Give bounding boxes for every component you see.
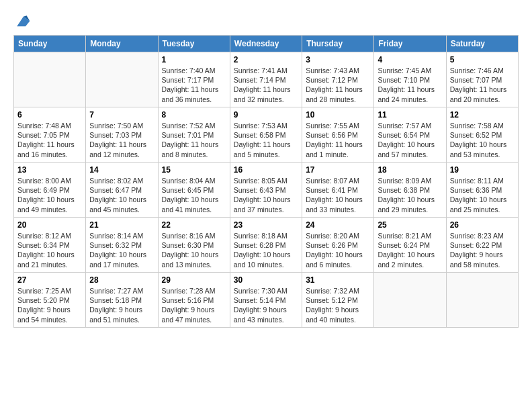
weekday-header-row: SundayMondayTuesdayWednesdayThursdayFrid… — [14, 36, 519, 52]
calendar-cell: 28Sunrise: 7:27 AMSunset: 5:18 PMDayligh… — [86, 273, 158, 328]
weekday-thursday: Thursday — [302, 36, 374, 52]
day-number: 5 — [450, 55, 515, 64]
day-info: Sunrise: 7:43 AMSunset: 7:12 PMDaylight:… — [306, 66, 370, 104]
calendar-cell: 13Sunrise: 8:00 AMSunset: 6:49 PMDayligh… — [14, 163, 86, 218]
calendar-cell — [86, 52, 158, 107]
day-number: 25 — [378, 220, 442, 230]
day-info: Sunrise: 7:52 AMSunset: 7:01 PMDaylight:… — [162, 121, 226, 159]
day-number: 16 — [234, 165, 298, 175]
day-info: Sunrise: 8:07 AMSunset: 6:41 PMDaylight:… — [306, 176, 370, 214]
day-info: Sunrise: 7:30 AMSunset: 5:14 PMDaylight:… — [234, 286, 298, 324]
weekday-sunday: Sunday — [14, 36, 86, 52]
calendar-cell: 19Sunrise: 8:11 AMSunset: 6:36 PMDayligh… — [446, 163, 518, 218]
calendar-cell: 14Sunrise: 8:02 AMSunset: 6:47 PMDayligh… — [86, 163, 158, 218]
day-number: 29 — [162, 275, 226, 285]
day-info: Sunrise: 8:23 AMSunset: 6:22 PMDaylight:… — [450, 231, 515, 269]
calendar-week-3: 13Sunrise: 8:00 AMSunset: 6:49 PMDayligh… — [14, 163, 519, 218]
calendar-cell: 25Sunrise: 8:21 AMSunset: 6:24 PMDayligh… — [374, 218, 446, 273]
day-info: Sunrise: 7:57 AMSunset: 6:54 PMDaylight:… — [378, 121, 442, 159]
weekday-tuesday: Tuesday — [158, 36, 230, 52]
calendar-cell: 26Sunrise: 8:23 AMSunset: 6:22 PMDayligh… — [446, 218, 518, 273]
day-info: Sunrise: 7:50 AMSunset: 7:03 PMDaylight:… — [89, 121, 154, 159]
calendar-cell: 22Sunrise: 8:16 AMSunset: 6:30 PMDayligh… — [158, 218, 230, 273]
day-info: Sunrise: 7:41 AMSunset: 7:14 PMDaylight:… — [234, 66, 298, 104]
calendar-table: SundayMondayTuesdayWednesdayThursdayFrid… — [13, 35, 519, 328]
day-info: Sunrise: 8:16 AMSunset: 6:30 PMDaylight:… — [162, 231, 226, 269]
day-info: Sunrise: 7:53 AMSunset: 6:58 PMDaylight:… — [234, 121, 298, 159]
weekday-wednesday: Wednesday — [230, 36, 302, 52]
day-number: 7 — [89, 110, 154, 120]
calendar-cell: 30Sunrise: 7:30 AMSunset: 5:14 PMDayligh… — [230, 273, 302, 328]
calendar-cell: 23Sunrise: 8:18 AMSunset: 6:28 PMDayligh… — [230, 218, 302, 273]
calendar-cell: 9Sunrise: 7:53 AMSunset: 6:58 PMDaylight… — [230, 107, 302, 163]
day-number: 31 — [306, 275, 370, 285]
calendar-cell: 16Sunrise: 8:05 AMSunset: 6:43 PMDayligh… — [230, 163, 302, 218]
day-number: 19 — [450, 165, 515, 175]
day-number: 13 — [17, 165, 82, 175]
day-number: 14 — [89, 165, 154, 175]
calendar-week-2: 6Sunrise: 7:48 AMSunset: 7:05 PMDaylight… — [14, 107, 519, 163]
day-number: 23 — [234, 220, 298, 230]
day-info: Sunrise: 8:05 AMSunset: 6:43 PMDaylight:… — [234, 176, 298, 214]
calendar-cell: 21Sunrise: 8:14 AMSunset: 6:32 PMDayligh… — [86, 218, 158, 273]
logo-text — [13, 13, 31, 30]
calendar-cell: 7Sunrise: 7:50 AMSunset: 7:03 PMDaylight… — [86, 107, 158, 163]
calendar-cell: 27Sunrise: 7:25 AMSunset: 5:20 PMDayligh… — [14, 273, 86, 328]
calendar-cell: 20Sunrise: 8:12 AMSunset: 6:34 PMDayligh… — [14, 218, 86, 273]
calendar-cell: 31Sunrise: 7:32 AMSunset: 5:12 PMDayligh… — [302, 273, 374, 328]
day-info: Sunrise: 8:02 AMSunset: 6:47 PMDaylight:… — [89, 176, 154, 214]
day-info: Sunrise: 7:28 AMSunset: 5:16 PMDaylight:… — [162, 286, 226, 324]
day-number: 15 — [162, 165, 226, 175]
calendar-cell: 10Sunrise: 7:55 AMSunset: 6:56 PMDayligh… — [302, 107, 374, 163]
calendar-cell: 2Sunrise: 7:41 AMSunset: 7:14 PMDaylight… — [230, 52, 302, 107]
page: SundayMondayTuesdayWednesdayThursdayFrid… — [0, 0, 532, 334]
calendar-cell: 24Sunrise: 8:20 AMSunset: 6:26 PMDayligh… — [302, 218, 374, 273]
calendar-cell: 11Sunrise: 7:57 AMSunset: 6:54 PMDayligh… — [374, 107, 446, 163]
weekday-saturday: Saturday — [446, 36, 518, 52]
day-info: Sunrise: 8:11 AMSunset: 6:36 PMDaylight:… — [450, 176, 515, 214]
calendar-cell: 29Sunrise: 7:28 AMSunset: 5:16 PMDayligh… — [158, 273, 230, 328]
day-number: 8 — [162, 110, 226, 120]
calendar-week-4: 20Sunrise: 8:12 AMSunset: 6:34 PMDayligh… — [14, 218, 519, 273]
weekday-friday: Friday — [374, 36, 446, 52]
day-number: 10 — [306, 110, 370, 120]
day-number: 18 — [378, 165, 442, 175]
day-number: 11 — [378, 110, 442, 120]
day-info: Sunrise: 8:21 AMSunset: 6:24 PMDaylight:… — [378, 231, 442, 269]
calendar-cell: 15Sunrise: 8:04 AMSunset: 6:45 PMDayligh… — [158, 163, 230, 218]
day-info: Sunrise: 8:18 AMSunset: 6:28 PMDaylight:… — [234, 231, 298, 269]
calendar-cell: 12Sunrise: 7:58 AMSunset: 6:52 PMDayligh… — [446, 107, 518, 163]
day-info: Sunrise: 7:40 AMSunset: 7:17 PMDaylight:… — [162, 66, 226, 104]
day-number: 26 — [450, 220, 515, 230]
day-info: Sunrise: 7:25 AMSunset: 5:20 PMDaylight:… — [17, 286, 82, 324]
day-info: Sunrise: 7:45 AMSunset: 7:10 PMDaylight:… — [378, 66, 442, 104]
day-info: Sunrise: 8:20 AMSunset: 6:26 PMDaylight:… — [306, 231, 370, 269]
day-number: 30 — [234, 275, 298, 285]
calendar-cell — [374, 273, 446, 328]
day-number: 27 — [17, 275, 82, 285]
day-info: Sunrise: 7:48 AMSunset: 7:05 PMDaylight:… — [17, 121, 82, 159]
day-number: 24 — [306, 220, 370, 230]
calendar-cell: 17Sunrise: 8:07 AMSunset: 6:41 PMDayligh… — [302, 163, 374, 218]
calendar-cell: 18Sunrise: 8:09 AMSunset: 6:38 PMDayligh… — [374, 163, 446, 218]
calendar-cell: 6Sunrise: 7:48 AMSunset: 7:05 PMDaylight… — [14, 107, 86, 163]
day-number: 17 — [306, 165, 370, 175]
day-info: Sunrise: 8:04 AMSunset: 6:45 PMDaylight:… — [162, 176, 226, 214]
logo-icon — [15, 13, 31, 30]
calendar-cell: 1Sunrise: 7:40 AMSunset: 7:17 PMDaylight… — [158, 52, 230, 107]
day-info: Sunrise: 7:46 AMSunset: 7:07 PMDaylight:… — [450, 66, 515, 104]
day-number: 1 — [162, 55, 226, 64]
day-number: 28 — [89, 275, 154, 285]
day-info: Sunrise: 8:14 AMSunset: 6:32 PMDaylight:… — [89, 231, 154, 269]
day-number: 6 — [17, 110, 82, 120]
calendar-cell: 5Sunrise: 7:46 AMSunset: 7:07 PMDaylight… — [446, 52, 518, 107]
header — [13, 11, 519, 30]
day-info: Sunrise: 8:09 AMSunset: 6:38 PMDaylight:… — [378, 176, 442, 214]
day-info: Sunrise: 8:12 AMSunset: 6:34 PMDaylight:… — [17, 231, 82, 269]
day-info: Sunrise: 7:58 AMSunset: 6:52 PMDaylight:… — [450, 121, 515, 159]
day-info: Sunrise: 7:27 AMSunset: 5:18 PMDaylight:… — [89, 286, 154, 324]
calendar-cell: 3Sunrise: 7:43 AMSunset: 7:12 PMDaylight… — [302, 52, 374, 107]
day-number: 3 — [306, 55, 370, 64]
calendar-cell: 8Sunrise: 7:52 AMSunset: 7:01 PMDaylight… — [158, 107, 230, 163]
day-number: 12 — [450, 110, 515, 120]
